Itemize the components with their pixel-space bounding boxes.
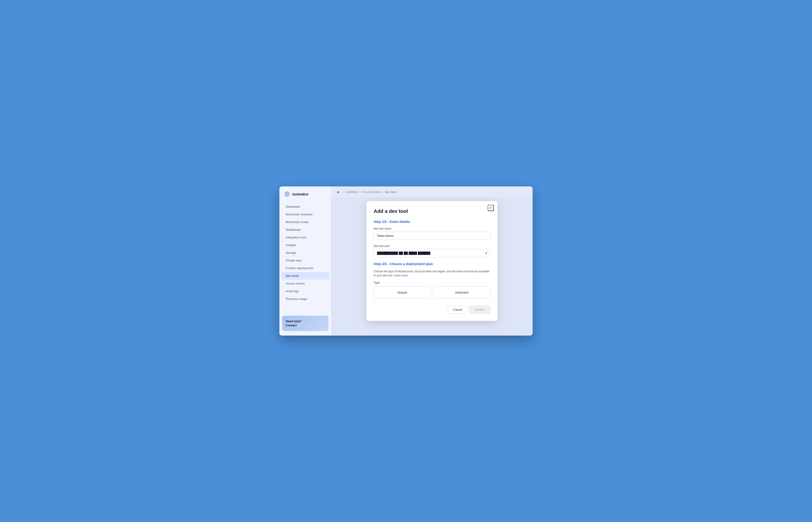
sidebar-item-access-tokens[interactable]: Access tokens — [281, 280, 329, 287]
sidebar-item-dev-tools[interactable]: Dev tools — [281, 272, 329, 280]
step1-section: Step 1/2 - Enter details Dev tool name D… — [374, 220, 490, 257]
dev-tool-user-select-wrapper: ██████████ ██ ██ ████ ██████ ▼ — [374, 249, 490, 257]
step1-heading: Step 1/2 - Enter details — [374, 220, 490, 223]
sidebar-item-blockchain-networks[interactable]: Blockchain networks — [281, 210, 329, 218]
dev-tool-name-input[interactable] — [374, 232, 490, 240]
main-content: > SettleMint > Documentation > Dev tools… — [331, 186, 533, 336]
modal-close-button[interactable]: × — [488, 205, 494, 211]
sidebar-footer: Need help?Contact — [279, 312, 331, 331]
sidebar-item-middleware[interactable]: Middleware — [281, 226, 329, 234]
sidebar-item-insights[interactable]: Insights — [281, 241, 329, 249]
sidebar-item-blockchain-nodes[interactable]: Blockchain nodes — [281, 218, 329, 226]
dev-tool-user-select[interactable]: ██████████ ██ ██ ████ ██████ — [374, 249, 490, 257]
step2-description: Choose the type of infrastructure, cloud… — [374, 269, 490, 278]
confirm-button[interactable]: Confirm — [470, 306, 490, 314]
modal-dialog: × Add a dev tool Step 1/2 - Enter detail… — [367, 201, 498, 321]
dev-tool-name-label: Dev tool name — [374, 227, 490, 230]
modal-title: Add a dev tool — [374, 208, 490, 214]
sidebar-item-private-keys[interactable]: Private keys — [281, 257, 329, 264]
sidebar-item-resource-usage[interactable]: Resource usage — [281, 295, 329, 303]
sidebar-item-custom-deployments[interactable]: Custom deployments — [281, 264, 329, 272]
sidebar: SettleMint Dashboard Blockchain networks… — [279, 186, 331, 336]
sidebar-item-dashboard[interactable]: Dashboard — [281, 203, 329, 210]
logo: SettleMint — [279, 191, 331, 203]
step2-heading: Step 2/2 - Choose a deployment plan — [374, 262, 490, 266]
logo-icon — [284, 191, 290, 197]
app-window: SettleMint Dashboard Blockchain networks… — [279, 186, 533, 336]
dev-tool-user-field: Dev tool user ██████████ ██ ██ ████ ████… — [374, 244, 490, 257]
sidebar-navigation: Dashboard Blockchain networks Blockchain… — [279, 203, 331, 312]
help-card-title: Need help?Contact — [286, 319, 325, 327]
modal-overlay: × Add a dev tool Step 1/2 - Enter detail… — [331, 186, 533, 336]
type-option-dedicated[interactable]: Dedicated — [433, 286, 490, 299]
type-options: Shared Dedicated — [374, 286, 490, 299]
step2-section: Step 2/2 - Choose a deployment plan Choo… — [374, 262, 490, 299]
learn-more-link[interactable]: Learn more — [394, 274, 408, 277]
sidebar-item-audit-logs[interactable]: Audit logs — [281, 287, 329, 295]
logo-text: SettleMint — [292, 192, 308, 196]
type-option-shared[interactable]: Shared — [374, 286, 431, 299]
help-card[interactable]: Need help?Contact — [282, 316, 329, 331]
dev-tool-user-label: Dev tool user — [374, 244, 490, 248]
modal-actions: Cancel Confirm — [374, 306, 490, 314]
cancel-button[interactable]: Cancel — [448, 306, 467, 314]
dev-tool-name-field: Dev tool name — [374, 227, 490, 240]
type-label: Type — [374, 281, 490, 284]
sidebar-item-storage[interactable]: Storage — [281, 249, 329, 257]
sidebar-item-integration-tools[interactable]: Integration tools — [281, 234, 329, 241]
